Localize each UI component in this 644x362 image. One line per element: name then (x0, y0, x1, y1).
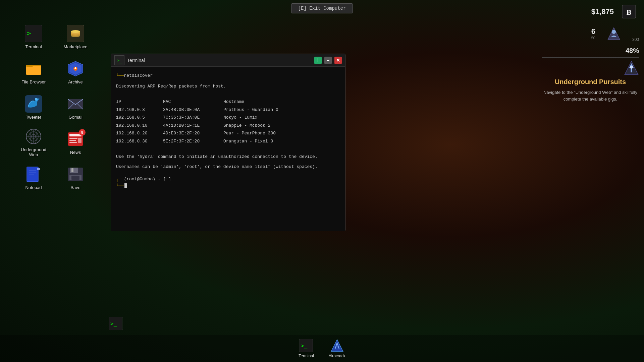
desktop-icon-archive[interactable]: Archive (55, 55, 96, 89)
terminal-minimize-button[interactable]: − (324, 57, 332, 64)
quest-desc: Navigate to the "Underground Web" and sk… (542, 89, 639, 102)
save-icon (67, 166, 84, 183)
terminal-info-button[interactable]: i (314, 57, 322, 64)
underground-web-label: Underground Web (16, 147, 51, 157)
svg-rect-45 (70, 168, 78, 173)
file-browser-label: File Browser (21, 79, 46, 84)
col-ip-header: IP (116, 98, 163, 106)
terminal-title-icon: >_ (114, 55, 124, 65)
top-bar: [E] Exit Computer (0, 0, 644, 17)
terminal-div1 (116, 95, 340, 95)
terminal-hint1: Use the 'hydra' command to initiate an u… (116, 154, 340, 160)
notepad-icon (25, 166, 42, 183)
svg-marker-51 (331, 340, 343, 352)
svg-rect-34 (69, 138, 77, 139)
table-row: 192.168.0.57C:35:3F:3A:0ENokyo - Lumix (116, 114, 340, 122)
svg-text:B: B (627, 8, 632, 16)
svg-point-12 (71, 30, 80, 33)
svg-rect-38 (27, 167, 38, 182)
svg-rect-35 (69, 140, 76, 141)
desktop-icon-gomail[interactable]: Gomail (55, 90, 96, 124)
hud-stat2-sub: 300 (632, 37, 639, 42)
svg-rect-43 (37, 168, 40, 170)
marketplace-icon (67, 25, 84, 42)
tweeter-label: Tweeter (26, 115, 41, 120)
desktop-icon-tweeter[interactable]: Tweeter (13, 90, 54, 124)
hud-divider (542, 57, 639, 58)
svg-rect-46 (71, 168, 73, 172)
file-browser-icon (25, 60, 42, 77)
terminal-label: Terminal (25, 44, 42, 49)
terminal-cursor (124, 183, 127, 188)
terminal-window: >_ Terminal i − ✕ └──netdiscover Discove… (111, 54, 345, 231)
svg-point-5 (630, 66, 633, 69)
gomail-label: Gomail (68, 115, 82, 120)
hud-money: $1,875 (591, 7, 614, 16)
svg-rect-36 (69, 142, 77, 143)
hud-stat1-sub: 50 (591, 36, 595, 40)
news-badge: 8 (79, 129, 86, 136)
taskbar-airocrack-label: Airocrack (329, 354, 345, 358)
terminal-prompt: ┌── (root@Gumbo) - [~] (116, 176, 340, 183)
terminal-body[interactable]: └──netdiscover Discovering ARP Req/Rep p… (111, 67, 345, 231)
terminal-input-line[interactable]: └── (116, 183, 340, 189)
desktop-icon-notepad[interactable]: Notepad (13, 161, 54, 194)
quest-title: Underground Pursuits (542, 78, 639, 86)
desktop-icon-news[interactable]: 8 News (55, 126, 96, 159)
taskbar: >_ Terminal Airocrack (0, 335, 644, 362)
underground-web-icon (25, 128, 42, 145)
terminal-icon: >_ (25, 25, 42, 42)
hud-char-icon (605, 25, 622, 42)
terminal-close-button[interactable]: ✕ (334, 57, 342, 64)
desktop-icon-terminal[interactable]: >_ Terminal (13, 20, 54, 54)
desktop-icon-save[interactable]: Save (55, 161, 96, 194)
marketplace-label: Marketplace (64, 44, 88, 49)
hud-percent: 48% (542, 47, 639, 55)
notepad-label: Notepad (25, 185, 42, 190)
svg-rect-48 (71, 176, 79, 180)
terminal-titlebar: >_ Terminal i − ✕ (111, 54, 345, 67)
taskbar-terminal-label: Terminal (299, 354, 314, 358)
svg-point-3 (612, 30, 616, 34)
taskbar-terminal-icon: >_ (300, 339, 313, 352)
taskbar-terminal[interactable]: >_ Terminal (294, 336, 318, 361)
terminal-title-text: Terminal (127, 58, 312, 63)
hud-char2-icon (624, 60, 639, 75)
col-mac-header: MAC (163, 98, 223, 106)
hud-stat1-value: 6 (591, 27, 595, 36)
table-row: 192.168.0.33A:4B:0B:0E:0AProtheus - Guar… (116, 106, 340, 114)
gomail-icon (67, 95, 84, 113)
exit-button[interactable]: [E] Exit Computer (291, 3, 353, 13)
taskbar-airocrack[interactable]: Airocrack (325, 336, 350, 361)
desktop-icon-marketplace[interactable]: Marketplace (55, 20, 96, 54)
terminal-hint2: Usernames can be 'admin', 'root', or the… (116, 164, 340, 170)
desktop-icons: >_ Terminal Marketplace Fil (13, 20, 96, 230)
hud-stats: 6 50 300 (542, 25, 639, 42)
hud-right-panel: 6 50 300 48% Underground Pursuits Naviga… (537, 20, 644, 107)
svg-text:>_: >_ (110, 320, 117, 327)
svg-point-21 (35, 98, 38, 101)
col-hostname-header: Hostname (223, 98, 340, 106)
news-icon: 8 (67, 130, 84, 148)
desktop-icon-file-browser[interactable]: File Browser (13, 55, 54, 89)
table-row: 192.168.0.305E:2F:3F:2E:20Orangutan - Pi… (116, 137, 340, 145)
archive-icon (67, 60, 84, 77)
taskbar-airocrack-icon (330, 339, 344, 352)
svg-rect-14 (26, 66, 41, 75)
bottom-left-terminal-icon[interactable]: >_ (107, 315, 124, 332)
terminal-cmd: └──netdiscover (116, 72, 340, 79)
svg-rect-37 (78, 138, 82, 143)
hud-stat-1: 6 50 (591, 27, 595, 40)
terminal-div2 (116, 148, 340, 148)
table-row: 192.168.0.204D:E0:3E:2F:20Pear - PearPho… (116, 129, 340, 137)
terminal-table: IP MAC Hostname 192.168.0.33A:4B:0B:0E:0… (116, 98, 340, 145)
svg-text:>_: >_ (301, 343, 308, 349)
hud-top-right: $1,875 B (591, 3, 637, 20)
desktop-icon-underground-web[interactable]: Underground Web (13, 126, 54, 159)
terminal-line1: Discovering ARP Req/Rep packets from hos… (116, 83, 340, 90)
archive-label: Archive (68, 79, 83, 84)
news-label: News (70, 150, 81, 155)
svg-rect-15 (26, 65, 33, 67)
tweeter-icon (25, 95, 42, 113)
save-label: Save (70, 185, 80, 190)
